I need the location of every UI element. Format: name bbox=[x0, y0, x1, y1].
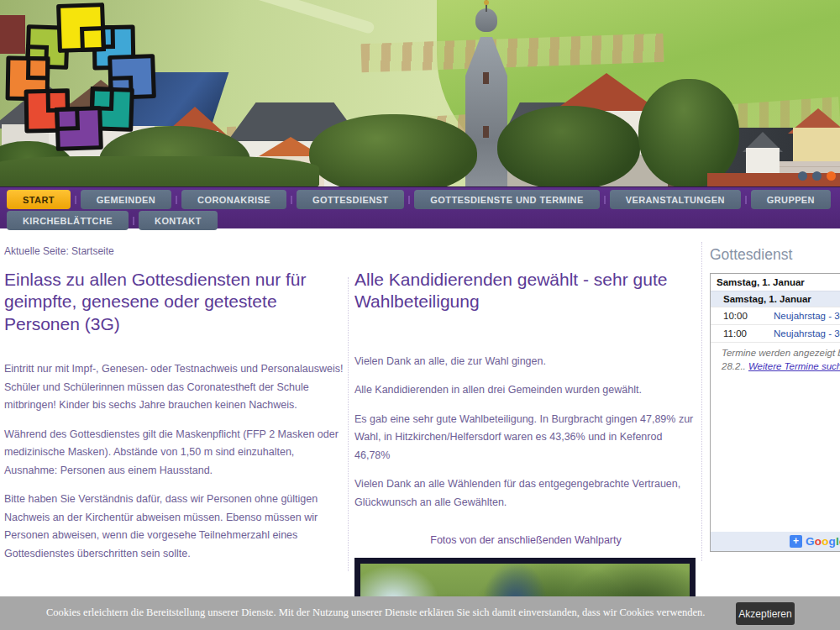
nav-separator bbox=[745, 196, 747, 204]
note-prefix: 28.2.. bbox=[722, 361, 748, 371]
nav-row-1: START GEMEINDEN CORONAKRISE GOTTESDIENST… bbox=[0, 190, 840, 209]
steeple-cupola bbox=[475, 8, 497, 32]
article-paragraph: Vielen Dank an alle, die zur Wahl gingen… bbox=[354, 353, 697, 371]
google-letter: G bbox=[806, 535, 815, 548]
article-paragraph: Alle Kandidierenden in allen drei Gemein… bbox=[354, 381, 697, 400]
nav-item-start[interactable]: START bbox=[7, 190, 71, 209]
photo-caption: Fotos von der anschließenden Wahlparty bbox=[354, 534, 697, 546]
page: START GEMEINDEN CORONAKRISE GOTTESDIENST… bbox=[0, 0, 840, 630]
hero-tree bbox=[309, 114, 477, 186]
breadcrumb: Aktuelle Seite: Startseite bbox=[4, 245, 114, 257]
column-divider bbox=[701, 242, 702, 561]
hero-tree bbox=[638, 79, 739, 186]
calendar-footer: + Google bbox=[711, 532, 840, 551]
header-hero-image bbox=[0, 0, 840, 186]
sidebar-title: Gottesdienst bbox=[710, 246, 792, 264]
google-letter: g bbox=[829, 535, 836, 548]
calendar-range-header: Samstag, 1. Januar bbox=[711, 274, 840, 291]
nav-separator bbox=[408, 196, 410, 204]
article-paragraph: Es gab eine sehr gute Wahlbeteiligung. I… bbox=[354, 411, 697, 465]
article-title: Einlass zu allen Gottesdiensten nur für … bbox=[4, 269, 347, 335]
calendar-day-header: Samstag, 1. Januar bbox=[711, 291, 840, 307]
nav-item-kircheblaettche[interactable]: KIRCHEBLÄTTCHE bbox=[7, 211, 129, 230]
slider-dot[interactable] bbox=[798, 171, 807, 181]
event-link[interactable]: Neujahrstag - 30 bbox=[774, 328, 840, 339]
nav-item-gruppen[interactable]: GRUPPEN bbox=[751, 190, 831, 209]
steeple-window bbox=[483, 126, 489, 138]
event-link[interactable]: Neujahrstag - 30 bbox=[774, 311, 840, 321]
hero-field-path bbox=[187, 0, 375, 34]
calendar-note: Termine werden angezeigt bis 28.2.. Weit… bbox=[711, 342, 840, 377]
cookie-message: Cookies erleichtern die Bereitstellung u… bbox=[46, 606, 668, 619]
nav-item-kontakt[interactable]: KONTAKT bbox=[139, 211, 218, 230]
google-letter: o bbox=[815, 535, 822, 548]
article-paragraph: Bitte haben Sie Verständnis dafür, dass … bbox=[4, 491, 347, 563]
slideshow-dots bbox=[798, 171, 836, 181]
gottesdienst-calendar-widget: Samstag, 1. Januar Samstag, 1. Januar 10… bbox=[710, 273, 840, 552]
article-paragraph: Vielen Dank an alle Wählenden für das en… bbox=[354, 475, 697, 512]
nav-separator bbox=[176, 196, 177, 204]
logo-square-purple bbox=[55, 106, 103, 151]
google-calendar-badge[interactable]: + Google bbox=[790, 535, 840, 548]
event-time: 10:00 bbox=[723, 311, 774, 321]
nav-item-veranstaltungen[interactable]: VERANSTALTUNGEN bbox=[610, 190, 741, 209]
logo-square-yellow bbox=[56, 3, 106, 53]
calendar-event-row: 11:00 Neujahrstag - 30 bbox=[711, 324, 840, 342]
google-letter: o bbox=[822, 535, 828, 548]
nav-separator bbox=[133, 217, 134, 225]
calendar-event-row: 10:00 Neujahrstag - 30 bbox=[711, 307, 840, 324]
weitere-termine-link[interactable]: Weitere Termine suchen bbox=[748, 361, 840, 371]
nav-item-gottesdienste-und-termine[interactable]: GOTTESDIENSTE UND TERMINE bbox=[414, 190, 599, 209]
column-divider bbox=[348, 277, 349, 571]
steeple-finial bbox=[484, 0, 489, 5]
nav-separator bbox=[604, 196, 606, 204]
article-title: Alle Kandidierenden gewählt - sehr gute … bbox=[354, 269, 697, 313]
cookie-banner: Cookies erleichtern die Bereitstellung u… bbox=[0, 596, 840, 630]
nav-separator bbox=[291, 196, 292, 204]
slider-dot-active[interactable] bbox=[827, 171, 836, 181]
hero-tree bbox=[497, 106, 640, 186]
google-logo: Google bbox=[806, 535, 840, 548]
slider-dot[interactable] bbox=[812, 171, 822, 181]
article-3g-einlass: Einlass zu allen Gottesdiensten nur für … bbox=[4, 269, 347, 623]
site-logo[interactable] bbox=[0, 0, 168, 164]
main-navigation: START GEMEINDEN CORONAKRISE GOTTESDIENST… bbox=[0, 186, 840, 228]
nav-row-2: KIRCHEBLÄTTCHE KONTAKT bbox=[0, 211, 840, 230]
event-time: 11:00 bbox=[723, 328, 774, 339]
steeple-window bbox=[483, 72, 489, 84]
nav-separator bbox=[75, 196, 76, 204]
article-wahl: Alle Kandidierenden gewählt - sehr gute … bbox=[354, 269, 697, 630]
google-plus-icon: + bbox=[790, 535, 802, 548]
nav-item-coronakrise[interactable]: CORONAKRISE bbox=[181, 190, 286, 209]
cookie-accept-button[interactable]: Akzeptieren bbox=[736, 602, 795, 625]
article-paragraph: Eintritt nur mit Impf-, Genesen- oder Te… bbox=[4, 360, 347, 415]
article-paragraph: Während des Gottesdienstes gilt die Mask… bbox=[4, 426, 347, 480]
note-line1: Termine werden angezeigt bis bbox=[722, 348, 840, 358]
nav-item-gottesdienst[interactable]: GOTTESDIENST bbox=[297, 190, 404, 209]
nav-item-gemeinden[interactable]: GEMEINDEN bbox=[81, 190, 171, 209]
